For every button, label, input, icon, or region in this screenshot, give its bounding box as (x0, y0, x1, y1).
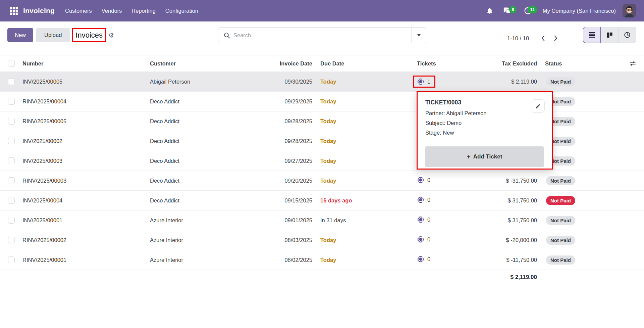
row-checkbox[interactable] (8, 237, 15, 243)
tickets-cell[interactable]: 0 (413, 176, 474, 185)
row-checkbox[interactable] (8, 157, 15, 164)
invoice-number: INV/2025/00001 (18, 217, 146, 224)
tickets-cell[interactable]: 0 (413, 255, 474, 264)
status-cell: Not Paid (541, 77, 598, 86)
table-row[interactable]: INV/2025/00004 Deco Addict 09/15/2025 15… (0, 191, 644, 210)
column-header-tickets[interactable]: Tickets (413, 60, 474, 67)
tax-excluded: $ -20,000.00 (474, 237, 541, 243)
pager-next-button[interactable] (549, 33, 562, 44)
ticket-count-annotated[interactable]: 1 (413, 76, 435, 88)
row-checkbox[interactable] (8, 78, 15, 85)
invoice-customer: Azure Interior (146, 237, 265, 243)
invoice-date: 09/15/2025 (265, 197, 316, 204)
breadcrumb-annotation-box: Invoices (72, 28, 106, 42)
tax-excluded: $ 31,750.00 (474, 197, 541, 204)
ticket-count-value: 0 (427, 217, 430, 223)
ticket-count[interactable]: 0 (417, 255, 430, 263)
invoice-customer: Deco Addict (146, 138, 265, 144)
ticket-count-value: 0 (427, 256, 430, 263)
table-row[interactable]: RINV/2025/00001 Azure Interior 08/02/202… (0, 250, 644, 270)
messages-icon[interactable]: 8 (499, 4, 515, 17)
kanban-view-button[interactable] (601, 27, 619, 43)
activities-icon[interactable]: 11 (521, 4, 535, 17)
row-checkbox[interactable] (8, 138, 15, 144)
invoice-number: INV/2025/00004 (18, 197, 146, 204)
invoice-due-date: Today (316, 158, 413, 164)
ticket-reference: TICKET/0003 (425, 99, 544, 106)
notifications-bell-icon[interactable] (483, 4, 497, 17)
optional-columns-icon[interactable] (630, 60, 636, 67)
ticket-popover: TICKET/0003 Partner: Abigail Peterson Su… (417, 91, 553, 170)
add-ticket-button[interactable]: + Add Ticket (425, 146, 544, 167)
pager-previous-button[interactable] (537, 33, 549, 44)
column-header-tax-excluded[interactable]: Tax Excluded (474, 60, 541, 67)
row-checkbox[interactable] (8, 118, 15, 125)
invoice-due-date: 15 days ago (316, 197, 413, 204)
column-header-status[interactable]: Status (541, 60, 598, 67)
row-checkbox[interactable] (8, 256, 15, 263)
row-checkbox[interactable] (8, 177, 15, 184)
row-checkbox[interactable] (8, 217, 15, 224)
activity-view-button[interactable] (619, 27, 636, 43)
plus-icon: + (467, 153, 471, 160)
breadcrumb[interactable]: Invoices (75, 31, 103, 40)
invoice-date: 09/20/2025 (265, 178, 316, 184)
tickets-cell[interactable]: 1 (413, 76, 474, 88)
table-row[interactable]: RINV/2025/00003 Deco Addict 09/20/2025 T… (0, 171, 644, 191)
upload-button[interactable]: Upload (36, 28, 70, 42)
table-row[interactable]: INV/2025/00001 Azure Interior 09/01/2025… (0, 210, 644, 230)
ticket-count[interactable]: 0 (417, 216, 430, 223)
new-button[interactable]: New (7, 28, 33, 42)
column-header-due-date[interactable]: Due Date (316, 60, 413, 67)
app-name[interactable]: Invoicing (23, 7, 55, 15)
invoice-due-date: Today (316, 118, 413, 125)
row-checkbox[interactable] (8, 197, 15, 204)
tickets-cell[interactable]: 0 (413, 216, 474, 225)
activity-view-icon (624, 32, 631, 38)
top-menu: CustomersVendorsReportingConfiguration (65, 8, 198, 14)
ticket-lifebuoy-icon (417, 196, 424, 203)
ticket-count-value: 0 (427, 197, 430, 203)
pager-range: 1-10 / 10 (507, 35, 529, 42)
select-all-checkbox[interactable] (8, 60, 15, 67)
table-row[interactable]: INV/2025/00005 Abigail Peterson 09/30/20… (0, 72, 644, 92)
apps-menu-icon[interactable] (8, 4, 19, 17)
ticket-count-value: 0 (427, 236, 430, 243)
invoice-date: 09/29/2025 (265, 98, 316, 105)
column-header-customer[interactable]: Customer (146, 60, 265, 67)
tickets-cell[interactable]: 0 (413, 196, 474, 205)
ticket-count[interactable]: 0 (417, 196, 430, 203)
search-dropdown-toggle[interactable] (411, 28, 426, 43)
status-badge: Not Paid (546, 255, 575, 265)
table-row[interactable]: RINV/2025/00002 Azure Interior 08/03/202… (0, 230, 644, 250)
column-header-invoice-date[interactable]: Invoice Date (265, 60, 316, 67)
avatar[interactable] (623, 4, 636, 17)
ticket-count-value: 1 (427, 79, 430, 85)
gear-icon[interactable]: ⚙ (108, 32, 114, 39)
edit-ticket-button[interactable] (531, 99, 545, 113)
invoice-due-date: Today (316, 237, 413, 243)
ticket-lifebuoy-icon (417, 78, 424, 85)
ticket-count[interactable]: 0 (417, 176, 430, 184)
menu-item-customers[interactable]: Customers (65, 8, 92, 14)
invoicing-app: Invoicing CustomersVendorsReportingConfi… (0, 0, 644, 328)
menu-item-configuration[interactable]: Configuration (165, 8, 198, 14)
status-cell: Not Paid (541, 176, 598, 185)
add-ticket-label: Add Ticket (473, 153, 502, 160)
invoice-customer: Abigail Peterson (146, 79, 265, 85)
tax-excluded: $ 31,750.00 (474, 217, 541, 224)
list-view-icon (589, 32, 595, 38)
invoice-customer: Deco Addict (146, 118, 265, 125)
row-checkbox[interactable] (8, 98, 15, 105)
list-view-button[interactable] (583, 27, 601, 43)
status-cell: Not Paid (541, 255, 598, 265)
menu-item-reporting[interactable]: Reporting (131, 8, 156, 14)
company-switcher[interactable]: My Company (San Francisco) (543, 8, 616, 14)
invoice-number: INV/2025/00003 (18, 158, 146, 164)
status-cell: Not Paid (541, 196, 598, 205)
ticket-count[interactable]: 0 (417, 236, 430, 243)
tickets-cell[interactable]: 0 (413, 236, 474, 244)
search-input[interactable] (230, 32, 411, 39)
menu-item-vendors[interactable]: Vendors (102, 8, 122, 14)
column-header-number[interactable]: Number (18, 60, 146, 67)
